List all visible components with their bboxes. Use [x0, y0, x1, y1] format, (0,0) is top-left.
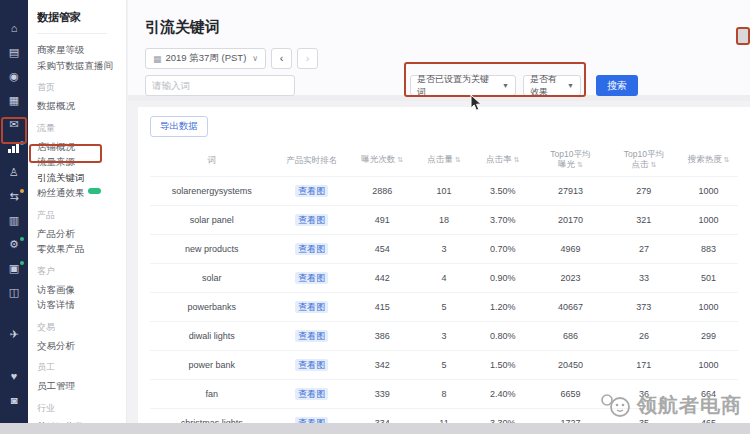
orders-icon[interactable]: ▤: [4, 42, 24, 62]
prev-week-button[interactable]: ‹: [271, 48, 292, 69]
view-rank-link[interactable]: 查看图: [295, 214, 328, 226]
clicks-cell: 4: [415, 264, 474, 293]
search-heat-cell: 299: [679, 322, 738, 351]
filter-toolbar: 是否已设置为关键词 ▼ 是否有效果 ▼ 搜索: [145, 75, 638, 96]
protection-icon[interactable]: ◉: [4, 66, 24, 86]
sort-icon[interactable]: ⇅: [648, 161, 656, 168]
sidebar-item[interactable]: 零效果产品: [37, 241, 126, 257]
sidebar-item[interactable]: 采购节数据直播间: [37, 58, 126, 74]
sort-icon[interactable]: ⇅: [722, 156, 730, 163]
view-rank-link[interactable]: 查看图: [295, 330, 328, 342]
effective-dropdown[interactable]: 是否有效果 ▼: [523, 75, 581, 96]
column-header[interactable]: 曝光次数 ⇅: [350, 143, 415, 177]
top10-impressions-cell: 6659: [532, 380, 608, 409]
set-as-keyword-dropdown-value: 是否已设置为关键词: [417, 73, 497, 99]
sidebar-item[interactable]: 员工管理: [37, 378, 126, 394]
sidebar-item[interactable]: 访客详情: [37, 297, 126, 313]
keyword-cell: solarenergysystems: [150, 177, 273, 206]
caret-down-icon: ▼: [567, 82, 574, 89]
ctr-cell: 2.40%: [473, 380, 532, 409]
column-header[interactable]: Top10平均 曝光 ⇅: [532, 143, 608, 177]
table-row: new products查看图45430.70%496927883: [150, 235, 738, 264]
search-heat-cell: 1000: [679, 351, 738, 380]
next-week-button[interactable]: ›: [297, 48, 318, 69]
top10-impressions-cell: 20450: [532, 351, 608, 380]
sidebar-item-label: 采购节数据直播间: [37, 60, 113, 71]
sidebar-title: 数据管家: [37, 10, 126, 25]
week-picker[interactable]: ▦ 2019 第37周 (PST) ∨: [145, 48, 266, 69]
column-header[interactable]: 点击量 ⇅: [415, 143, 474, 177]
home-icon[interactable]: ⌂: [4, 18, 24, 38]
search-button[interactable]: 搜索: [596, 75, 638, 96]
keyword-cell: diwali lights: [150, 322, 273, 351]
favorites-heart-icon[interactable]: ♥: [4, 366, 24, 386]
column-header[interactable]: Top10平均 点击 ⇅: [609, 143, 680, 177]
table-row: power bank查看图34251.50%204501711000: [150, 351, 738, 380]
main-header: 引流关键词 ▦ 2019 第37周 (PST) ∨ ‹ › 是否已设置为关键词 …: [128, 0, 750, 101]
app-window: ⌂▤◉▦✉♙⇆▥⚙▣◫✈♥◙ 数据管家 商家星等级采购节数据直播间首页数据概况流…: [0, 0, 750, 434]
products-bag-icon[interactable]: ▣: [4, 258, 24, 278]
sort-icon[interactable]: ⇅: [575, 161, 583, 168]
table-row: christmas lights查看图334113.30%172735465: [150, 409, 738, 424]
clicks-cell: 8: [415, 380, 474, 409]
messages-icon[interactable]: ✉: [4, 114, 24, 134]
ctr-cell: 0.80%: [473, 322, 532, 351]
ctr-cell: 0.70%: [473, 235, 532, 264]
date-toolbar: ▦ 2019 第37周 (PST) ∨ ‹ ›: [145, 48, 318, 69]
clicks-cell: 11: [415, 409, 474, 424]
settings-gear-icon[interactable]: ⚙: [4, 234, 24, 254]
calendar-icon: ▦: [153, 54, 162, 64]
view-rank-link[interactable]: 查看图: [295, 243, 328, 255]
sidebar-item-active[interactable]: 引流关键词: [37, 170, 126, 186]
sort-icon[interactable]: ⇅: [453, 156, 461, 163]
sidebar-section-label: 交易: [37, 321, 126, 334]
view-rank-link[interactable]: 查看图: [295, 272, 328, 284]
export-data-button[interactable]: 导出数据: [150, 116, 208, 137]
view-rank-link[interactable]: 查看图: [295, 359, 328, 371]
sidebar-item[interactable]: 交易分析: [37, 338, 126, 354]
share-arrows-icon[interactable]: ⇆: [4, 186, 24, 206]
contacts-icon[interactable]: ♙: [4, 162, 24, 182]
search-heat-cell: 1000: [679, 293, 738, 322]
clicks-cell: 5: [415, 351, 474, 380]
search-heat-cell: 883: [679, 235, 738, 264]
sort-icon[interactable]: ⇅: [395, 156, 403, 163]
table-row: powerbanks查看图41551.20%406673731000: [150, 293, 738, 322]
chevron-down-icon: ∨: [252, 54, 258, 63]
view-rank-link[interactable]: 查看图: [295, 301, 328, 313]
keyword-cell: christmas lights: [150, 409, 273, 424]
top10-clicks-cell: 171: [609, 351, 680, 380]
send-plane-icon[interactable]: ✈: [4, 324, 24, 344]
sidebar-item[interactable]: 店铺概况: [37, 139, 126, 155]
sidebar-item-label: 数据概况: [37, 100, 75, 111]
table-row: solar查看图44240.90%202333501: [150, 264, 738, 293]
sidebar-item[interactable]: 商家星等级: [37, 42, 126, 58]
view-rank-link[interactable]: 查看图: [295, 388, 328, 400]
apps-grid-icon[interactable]: ▦: [4, 90, 24, 110]
search-heat-cell: 501: [679, 264, 738, 293]
sidebar-section-label: 流量: [37, 122, 126, 135]
set-as-keyword-dropdown[interactable]: 是否已设置为关键词 ▼: [410, 75, 516, 96]
column-header[interactable]: 搜索热度 ⇅: [679, 143, 738, 177]
sidebar-item-label: 员工管理: [37, 380, 75, 391]
sidebar-item[interactable]: 产品分析: [37, 226, 126, 242]
view-rank-link[interactable]: 查看图: [295, 185, 328, 197]
sidebar-item[interactable]: 数据概况: [37, 98, 126, 114]
media-icon[interactable]: ◙: [4, 390, 24, 410]
sidebar-item-label: 产品分析: [37, 228, 75, 239]
company-icon[interactable]: ▥: [4, 210, 24, 230]
column-header[interactable]: 点击率 ⇅: [473, 143, 532, 177]
main-content: 引流关键词 ▦ 2019 第37周 (PST) ∨ ‹ › 是否已设置为关键词 …: [128, 0, 750, 423]
keywords-table-panel: 导出数据 词产品实时排名曝光次数 ⇅点击量 ⇅点击率 ⇅Top10平均 曝光 ⇅…: [138, 107, 750, 423]
keyword-cell: solar panel: [150, 206, 273, 235]
sidebar-item[interactable]: 流量来源: [37, 154, 126, 170]
impressions-cell: 342: [350, 351, 415, 380]
analytics-chart-icon[interactable]: [4, 138, 24, 158]
sidebar-item[interactable]: 访客画像: [37, 282, 126, 298]
keyword-search-input[interactable]: [145, 75, 295, 96]
table-row: fan查看图33982.40%665936664: [150, 380, 738, 409]
sort-icon[interactable]: ⇅: [512, 156, 520, 163]
briefcase-icon[interactable]: ◫: [4, 282, 24, 302]
sidebar-item[interactable]: 粉丝通效果: [37, 185, 126, 201]
sidebar-item-label: 店铺概况: [37, 141, 75, 152]
